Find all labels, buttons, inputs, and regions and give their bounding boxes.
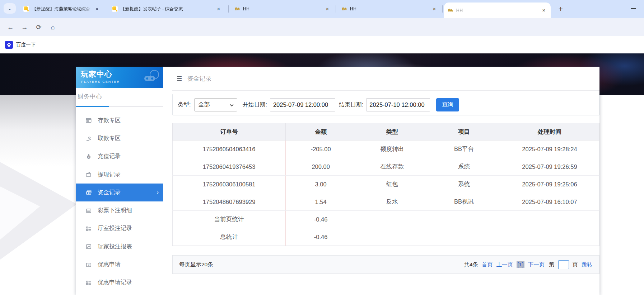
sidebar-item-label: 优惠申请记录 <box>98 279 132 286</box>
browser-toolbar: ← → ⟳ ⌂ yl756.com/hhcp/usercenter.html?i… <box>0 18 644 36</box>
chart-report-icon <box>85 243 92 250</box>
tab-title: 【新提醒】海燕策略论坛综合交 <box>32 6 91 12</box>
table-row: 1752060419376453 200.00 在线存款 系统 2025-07-… <box>173 158 599 176</box>
cell-amount: 200.00 <box>286 158 356 176</box>
cell-empty <box>356 211 428 228</box>
moneybag-icon: ¥ <box>85 153 92 160</box>
sidebar-item-label: 彩票下注明细 <box>98 207 132 214</box>
sidebar-item-promo-apply-records[interactable]: 优惠申请记录 <box>76 274 163 292</box>
close-icon[interactable]: × <box>215 6 222 12</box>
cell-empty <box>428 228 500 246</box>
cell-empty <box>428 211 500 228</box>
tab-5-active[interactable]: HH × <box>444 3 551 18</box>
tab-divider <box>106 5 106 13</box>
sidebar-item-funds-records[interactable]: 资金记录 › <box>76 184 163 201</box>
home-icon[interactable]: ⌂ <box>48 23 57 32</box>
close-icon[interactable]: × <box>431 6 438 12</box>
tab-1[interactable]: 【新提醒】海燕策略论坛综合交 × <box>20 3 104 15</box>
sidebar-item-label: 取款专区 <box>98 135 121 142</box>
first-page-link[interactable]: 首页 <box>482 261 493 268</box>
tab-divider <box>336 5 336 13</box>
column-header: 类型 <box>356 123 428 141</box>
column-header: 金额 <box>286 123 356 141</box>
chevron-down-icon <box>230 104 234 106</box>
sidebar-item-withdrawal-records[interactable]: 提现记录 <box>76 166 163 184</box>
wallet-icon <box>85 171 92 178</box>
new-tab-button[interactable]: + <box>556 4 566 14</box>
hh-gold-icon <box>341 6 347 12</box>
hh-gold-icon <box>234 6 240 12</box>
end-date-input[interactable] <box>366 98 430 111</box>
sidebar-item-label: 玩家投注报表 <box>98 243 132 251</box>
deposit-terminal-icon <box>85 117 92 124</box>
back-icon[interactable]: ← <box>6 23 15 32</box>
sidebar-item-withdraw-zone[interactable]: 取款专区 <box>76 129 163 147</box>
sidebar-item-label: 充值记录 <box>98 153 121 160</box>
cell-order-no: 1752048607693929 <box>173 193 286 211</box>
cell-amount: 3.00 <box>286 176 356 193</box>
table-header-row: 订单号 金额 类型 项目 处理时间 <box>173 123 599 141</box>
hh-gold-icon <box>448 8 453 13</box>
bookmarks-bar: 百度一下 <box>0 36 644 53</box>
cell-type: 额度转出 <box>356 141 428 158</box>
sidebar-item-lottery-bet-detail[interactable]: 彩票下注明细 <box>76 201 163 219</box>
page-jump-input[interactable] <box>558 260 569 269</box>
tab-4[interactable]: HH × <box>338 3 441 15</box>
tab-strip: ⌄ 【新提醒】海燕策略论坛综合交 × 【新提醒】发表帖子 - 综合交流 × HH… <box>0 0 644 18</box>
bookmark-label: 百度一下 <box>16 42 36 48</box>
forward-icon[interactable]: → <box>20 23 29 32</box>
bookmark-baidu[interactable]: 百度一下 <box>5 40 36 49</box>
hamburger-icon: ☰ <box>177 75 182 82</box>
page-suffix: 页 <box>573 261 578 268</box>
cell-type: 红包 <box>356 176 428 193</box>
jump-link[interactable]: 跳转 <box>582 261 593 268</box>
start-date-label: 开始日期: <box>242 101 267 109</box>
background-shade <box>0 95 76 167</box>
record-list-icon <box>85 280 92 286</box>
sidebar-section-label: 财务中心 <box>78 92 102 101</box>
sidebar-item-deposit-zone[interactable]: 存款专区 <box>76 111 163 129</box>
tab-3[interactable]: HH × <box>231 3 334 15</box>
end-date-label: 结束日期: <box>339 101 363 109</box>
next-page-link[interactable]: 下一页 <box>528 261 545 268</box>
reload-icon[interactable]: ⟳ <box>34 23 43 32</box>
close-icon[interactable]: × <box>324 6 331 12</box>
table-row: 1752048607693929 1.54 反水 BB视讯 2025-07-09… <box>173 193 599 211</box>
tab-2[interactable]: 【新提醒】发表帖子 - 综合交流 × <box>108 3 225 15</box>
tab-search-chevron-button[interactable]: ⌄ <box>4 3 16 14</box>
forum-yellow-icon <box>23 6 29 12</box>
start-date-input[interactable] <box>270 98 335 111</box>
per-page-label: 每页显示20条 <box>179 261 213 268</box>
gamepad-icon <box>141 69 160 83</box>
cell-empty <box>356 228 428 246</box>
current-page-indicator: [1] <box>517 261 524 268</box>
prev-page-link[interactable]: 上一页 <box>496 261 513 268</box>
cell-summary-label: 当前页统计 <box>173 211 286 228</box>
sidebar-item-recharge-records[interactable]: ¥ 充值记录 <box>76 148 163 166</box>
table-row: 1752060504063416 -205.00 额度转出 BB平台 2025-… <box>173 141 599 158</box>
svg-text:¥: ¥ <box>88 263 90 266</box>
cell-type: 在线存款 <box>356 158 428 176</box>
type-select-value: 全部 <box>198 101 210 109</box>
page-prefix: 第 <box>549 261 555 268</box>
window-minimize-button[interactable] <box>631 8 636 9</box>
sidebar-item-promo-apply[interactable]: ¥ 优惠申请 <box>76 256 163 273</box>
close-icon[interactable]: × <box>94 6 100 12</box>
page-viewport: 玩家中心 PLAYERS CENTER 财务中心 存款专区 取款专区 ¥ <box>0 53 644 295</box>
sidebar-item-label: 提现记录 <box>98 171 121 179</box>
sidebar-item-hall-bet-records[interactable]: 厅室投注记录 <box>76 220 163 238</box>
sidebar-item-player-bet-report[interactable]: 玩家投注报表 <box>76 238 163 256</box>
funds-notes-icon <box>85 189 92 196</box>
cell-time: 2025-07-09 19:28:24 <box>500 141 599 158</box>
close-icon[interactable]: × <box>541 7 547 14</box>
table-summary-row-page: 当前页统计 -0.46 <box>173 211 599 228</box>
type-select[interactable]: 全部 <box>194 98 237 111</box>
column-header: 项目 <box>428 123 500 141</box>
cell-project: BB视讯 <box>428 193 500 211</box>
browser-window: ⌄ 【新提醒】海燕策略论坛综合交 × 【新提醒】发表帖子 - 综合交流 × HH… <box>0 0 644 295</box>
query-button[interactable]: 查询 <box>436 98 459 111</box>
cell-empty <box>500 211 599 228</box>
cell-order-no: 1752060504063416 <box>173 141 286 158</box>
chevron-right-icon: › <box>157 189 159 196</box>
chevron-down-icon: ⌄ <box>8 6 12 11</box>
